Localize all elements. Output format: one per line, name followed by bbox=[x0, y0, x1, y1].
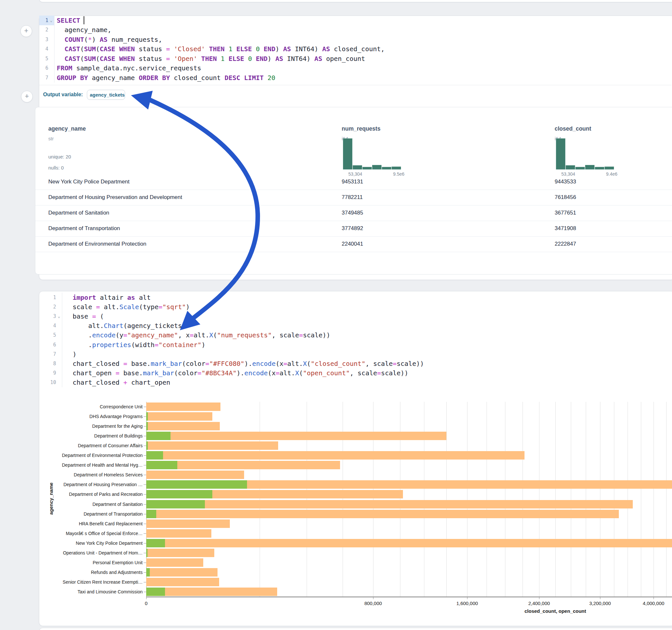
line-number-gutter: 6 bbox=[39, 340, 62, 349]
y-axis-tick bbox=[144, 436, 146, 436]
y-axis-tick bbox=[144, 543, 146, 543]
code-line: 5 .encode(y="agency_name", x=alt.X("num_… bbox=[39, 331, 671, 340]
code-token bbox=[240, 74, 244, 82]
code-token: alt. bbox=[100, 303, 119, 311]
line-number-gutter: 6 bbox=[39, 64, 54, 73]
code-token bbox=[76, 74, 80, 82]
code-token: = bbox=[205, 360, 209, 367]
output-variable-label: Output variable: bbox=[43, 92, 83, 98]
code-token: . bbox=[73, 331, 92, 339]
add-cell-button[interactable]: + bbox=[21, 91, 33, 102]
bar-open_count bbox=[146, 480, 247, 489]
code-token: = bbox=[92, 312, 96, 320]
code-token: FROM bbox=[57, 64, 72, 72]
bar-closed_count bbox=[146, 470, 244, 479]
line-number: 5 bbox=[39, 332, 56, 338]
code-text: chart_closed + chart_open bbox=[62, 379, 170, 386]
table-cell: 9453131 bbox=[342, 174, 363, 190]
gridline bbox=[260, 402, 260, 597]
x-axis-tick bbox=[373, 597, 374, 599]
code-token: alt. bbox=[280, 369, 295, 377]
code-token bbox=[57, 45, 65, 53]
code-token: X bbox=[295, 369, 299, 377]
code-line: 2scale = alt.Scale(type="sqrt") bbox=[39, 302, 671, 311]
bar-closed_count bbox=[146, 578, 219, 586]
bar-closed_count bbox=[146, 432, 447, 440]
histogram-bar bbox=[362, 167, 372, 169]
code-token: INT64) bbox=[291, 45, 322, 53]
code-token: 0 bbox=[248, 55, 252, 63]
code-token: altair bbox=[96, 294, 127, 301]
bar-open_count bbox=[146, 549, 147, 557]
code-token: "num_requests" bbox=[217, 331, 272, 339]
y-axis-tick bbox=[144, 553, 146, 553]
add-cell-button[interactable]: + bbox=[20, 25, 32, 37]
gridline bbox=[539, 402, 539, 597]
y-axis-tick bbox=[144, 514, 146, 514]
python-editor[interactable]: 1import altair as alt2scale = alt.Scale(… bbox=[39, 293, 671, 387]
code-token: 'Closed' bbox=[174, 45, 205, 53]
code-token: closed_count bbox=[170, 74, 225, 82]
code-token bbox=[252, 45, 256, 53]
sql-editor[interactable]: 1⌄SELECT 2 agency_name,3 COUNT(*) AS num… bbox=[39, 16, 671, 83]
code-token: = bbox=[154, 341, 159, 349]
table-row: Department of Transportation377489234719… bbox=[35, 221, 672, 237]
code-token: status bbox=[135, 45, 166, 53]
bar-open_count bbox=[146, 587, 165, 596]
y-axis-tick bbox=[144, 572, 146, 573]
code-token: AS bbox=[314, 55, 322, 63]
bar-open_count bbox=[146, 539, 165, 547]
code-token: ) bbox=[186, 303, 190, 311]
code-token: AS bbox=[275, 55, 283, 63]
code-token: ( bbox=[96, 312, 104, 320]
code-token: Scale bbox=[120, 303, 139, 311]
fold-arrow-icon[interactable]: ⌄ bbox=[48, 18, 54, 23]
code-text: agency_name, bbox=[54, 26, 112, 34]
code-token: BY bbox=[162, 74, 170, 82]
table-cell: 9443533 bbox=[555, 174, 576, 190]
code-token bbox=[205, 45, 209, 53]
code-token: (x bbox=[275, 360, 283, 367]
bar-closed_count bbox=[146, 568, 217, 577]
line-number-gutter: 9 bbox=[39, 368, 62, 378]
column-stats: nulls: 0 bbox=[48, 165, 64, 170]
code-token: = bbox=[283, 360, 287, 367]
code-token: ) bbox=[275, 45, 283, 53]
code-token: INT64) bbox=[283, 55, 314, 63]
x-axis-line bbox=[146, 597, 672, 597]
code-token: = bbox=[159, 303, 162, 311]
table-cell: 2240041 bbox=[342, 236, 363, 252]
bar-open_count bbox=[146, 461, 177, 469]
line-number: 10 bbox=[39, 380, 56, 385]
output-variable-input[interactable]: agency_tickets bbox=[87, 90, 125, 100]
code-token: properties bbox=[92, 341, 131, 349]
code-token: (width bbox=[131, 341, 154, 349]
code-token: + bbox=[123, 379, 127, 386]
y-axis-tick bbox=[144, 524, 146, 524]
code-token: X bbox=[303, 360, 307, 367]
code-line: 8chart_closed = base.mark_bar(color="#FF… bbox=[39, 359, 671, 368]
bar-open_count bbox=[146, 490, 212, 499]
code-token bbox=[170, 45, 174, 53]
table-row: New York City Police Department945313194… bbox=[35, 174, 672, 190]
code-token: (agency_tickets) bbox=[123, 322, 186, 330]
code-token: SELECT bbox=[57, 17, 80, 24]
code-token: "container" bbox=[159, 341, 201, 349]
code-token: ( bbox=[213, 331, 217, 339]
code-token: . bbox=[73, 341, 92, 349]
code-token: DESC bbox=[225, 74, 240, 82]
code-token: alt. bbox=[194, 331, 209, 339]
code-token bbox=[260, 45, 264, 53]
code-line: 6 .properties(width="container") bbox=[39, 340, 671, 349]
y-axis-label: Operations Unit - Department of Hom… bbox=[44, 550, 143, 555]
column-histogram bbox=[556, 138, 616, 169]
code-line: 1⌄SELECT bbox=[39, 16, 671, 25]
line-number-gutter: 7 bbox=[39, 349, 62, 359]
fold-arrow-icon[interactable]: ⌄ bbox=[56, 314, 62, 319]
code-token: num_requests, bbox=[107, 35, 162, 43]
code-line: 3⌄base = ( bbox=[39, 311, 671, 321]
y-axis-label: Personal Exemption Unit bbox=[44, 560, 143, 565]
code-token: THEN bbox=[209, 45, 225, 53]
gridline bbox=[641, 402, 641, 597]
code-token: ) bbox=[267, 55, 275, 63]
